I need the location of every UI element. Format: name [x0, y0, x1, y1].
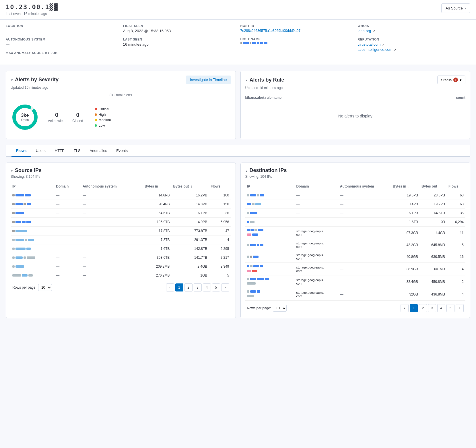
ip-segment — [26, 221, 31, 223]
rows-per-page-select[interactable]: 10 25 50 — [38, 284, 52, 291]
dest-col-domain: Domain — [294, 182, 338, 191]
ip-visual — [247, 290, 293, 298]
rule-col1: kibana.alert.rule.name — [245, 96, 282, 100]
tab-users[interactable]: Users — [31, 145, 50, 157]
ip-segment — [247, 256, 249, 258]
ip-segment — [247, 270, 251, 272]
ip-segment — [250, 244, 256, 246]
dest-ips-subtitle: Showing: 104 IPs — [245, 175, 466, 179]
ip-segment — [251, 229, 254, 231]
talos-link[interactable]: talosIntelligence.com — [358, 47, 392, 52]
page-2-button[interactable]: 2 — [184, 283, 193, 291]
ip-segment — [15, 212, 24, 214]
ip-segment — [247, 295, 254, 297]
tab-tls[interactable]: TLS — [69, 145, 85, 157]
dest-col-bytes-in[interactable]: Bytes in ↓ — [391, 182, 420, 191]
dest-page-5-button[interactable]: 5 — [446, 304, 454, 312]
dest-col-bytes-out: Bytes out — [420, 182, 447, 191]
ip-segment — [260, 244, 263, 246]
status-button[interactable]: Status 1 ▾ — [437, 76, 465, 84]
host-id-label: Host ID — [240, 24, 353, 28]
dest-bytes-out-cell: 601MB — [420, 263, 447, 275]
low-dot — [95, 124, 97, 127]
dest-page-1-button[interactable]: 1 — [410, 304, 418, 312]
source-auto-cell: — — [81, 271, 143, 280]
dest-prev-page-button[interactable]: ‹ — [401, 304, 409, 312]
source-auto-cell: — — [81, 253, 143, 262]
source-flows-cell: 5 — [209, 271, 231, 280]
source-bytes-in-cell: 303.6TB — [143, 253, 171, 262]
source-bytes-out-cell: 2.4GB — [172, 262, 209, 271]
page-5-button[interactable]: 5 — [212, 283, 220, 291]
dest-page-2-button[interactable]: 2 — [419, 304, 427, 312]
investigate-button[interactable]: Investigate in Timeline — [186, 76, 231, 84]
ip-segment — [247, 265, 249, 267]
table-row: storage.googleapis.com — 97.3GB 1.4GB 11 — [245, 227, 466, 239]
source-auto-cell: — — [81, 244, 143, 253]
source-col-bytes-in[interactable]: Bytes in — [143, 182, 171, 191]
ip-segment — [250, 194, 256, 196]
dest-auto-cell: — — [338, 209, 391, 218]
table-row: — — 14PB 19.2PB 68 — [245, 200, 466, 209]
ip-segment — [15, 239, 24, 241]
dest-domain-cell: — — [294, 191, 338, 200]
tab-events[interactable]: Events — [112, 145, 132, 157]
dest-flows-cell: 4 — [447, 263, 465, 275]
dest-ip-cell — [245, 275, 295, 288]
rule-panel-title: Alerts by Rule — [250, 77, 284, 83]
whois-item: WhoIs iana.org ↗ Reputation virustotal.c… — [358, 24, 470, 60]
ip-segment — [260, 265, 263, 267]
as-source-label: As Source — [446, 6, 463, 10]
dest-page-3-button[interactable]: 3 — [428, 304, 436, 312]
virustotal-link[interactable]: virustotal.com — [358, 42, 380, 47]
ip-segment — [12, 221, 15, 223]
dest-domain-cell: storage.googleapis.com — [294, 263, 338, 275]
source-collapse-icon[interactable]: ∨ — [11, 169, 13, 173]
dest-page-4-button[interactable]: 4 — [437, 304, 445, 312]
page-4-button[interactable]: 4 — [203, 283, 211, 291]
tab-http[interactable]: HTTP — [50, 145, 69, 157]
source-bytes-out-cell: 6.1PB — [172, 209, 209, 218]
dest-bytes-out-cell: 645.8MB — [420, 239, 447, 251]
source-ips-panel: ∨ Source IPs Showing: 3,104 IPs IP Domai… — [6, 163, 236, 318]
page-1-button[interactable]: 1 — [175, 283, 183, 291]
dest-next-page-button[interactable]: › — [456, 304, 464, 312]
acknowledged-stat: 0 Acknowle... — [48, 112, 65, 123]
ip-visual — [12, 194, 53, 196]
source-col-flows: Flows — [209, 182, 231, 191]
dest-auto-cell: — — [338, 227, 391, 239]
host-id-value[interactable]: 7e288c04686575a1e3969bf00ddd9a97 — [240, 29, 353, 33]
high-label: High — [99, 113, 106, 117]
ip-segment — [26, 248, 31, 250]
next-page-button[interactable]: › — [221, 283, 229, 291]
dest-rows-select[interactable]: 10 25 50 — [273, 305, 287, 312]
dest-flows-cell: 4 — [447, 288, 465, 301]
tab-anomalies[interactable]: Anomalies — [85, 145, 112, 157]
dest-bytes-in-cell: 19.5PB — [391, 191, 420, 200]
low-label: Low — [99, 123, 105, 128]
severity-panel-header: ∨ Alerts by Severity Investigate in Time… — [11, 76, 231, 84]
as-source-button[interactable]: As Source ▾ — [441, 3, 470, 13]
whois-link[interactable]: iana.org — [358, 29, 371, 33]
rule-collapse-icon[interactable]: ∨ — [245, 78, 248, 82]
last-event-label: Last event: 16 minutes ago — [6, 12, 58, 16]
tab-flows[interactable]: Flows — [11, 145, 31, 157]
dest-flows-cell: 2 — [447, 275, 465, 288]
external-link-icon-3: ↗ — [394, 48, 396, 51]
dest-collapse-icon[interactable]: ∨ — [245, 169, 248, 173]
source-bytes-out-cell: 16.2PB — [172, 191, 209, 200]
source-auto-cell: — — [81, 209, 143, 218]
page-3-button[interactable]: 3 — [194, 283, 202, 291]
dest-ips-panel: ∨ Destination IPs Showing: 104 IPs IP Do… — [240, 163, 471, 318]
table-row: storage.googleapis.com — 32GB 436.8MB 4 — [245, 288, 466, 301]
dest-domain-cell: storage.googleapis.com — [294, 227, 338, 239]
source-col-bytes-out[interactable]: Bytes out ↓ — [172, 182, 209, 191]
prev-page-button[interactable]: ‹ — [166, 283, 174, 291]
ip-segment — [22, 221, 26, 223]
source-domain-cell: — — [54, 209, 81, 218]
whois-label: WhoIs — [358, 24, 470, 28]
legend-low: Low — [95, 123, 111, 128]
source-bytes-out-cell: 142.8TB — [172, 244, 209, 253]
source-pagination: Rows per page: 10 25 50 ‹ 1 2 3 4 5 › — [11, 280, 231, 293]
severity-collapse-icon[interactable]: ∨ — [11, 78, 13, 82]
